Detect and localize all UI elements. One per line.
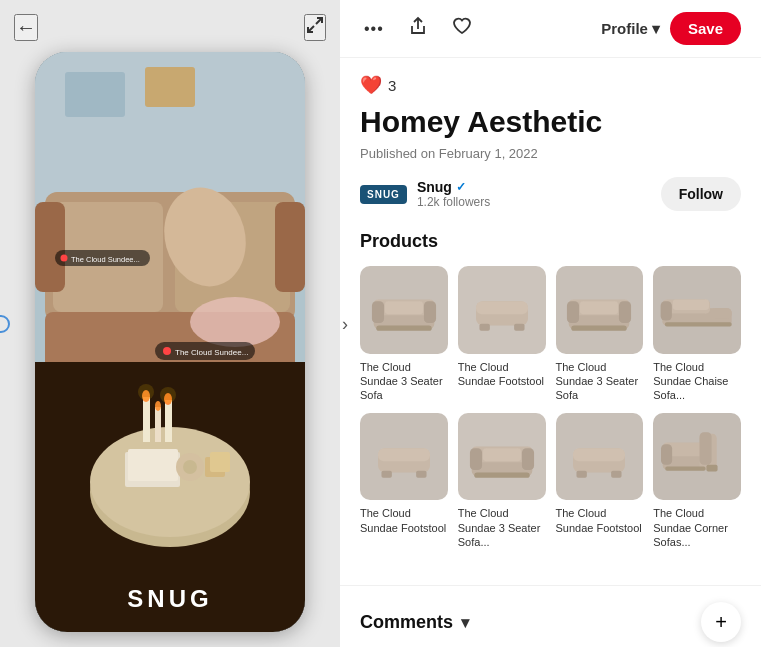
product-item[interactable]: The Cloud Sundae Chaise Sofa... <box>653 266 741 403</box>
product-item[interactable]: The Cloud Sundae Footstool <box>556 413 644 550</box>
verified-icon: ✓ <box>456 180 466 194</box>
svg-rect-82 <box>665 466 705 470</box>
svg-rect-74 <box>573 448 625 461</box>
svg-rect-80 <box>661 444 672 465</box>
product-image <box>653 266 741 354</box>
svg-point-35 <box>163 347 171 355</box>
couch-illustration: The Cloud Sundee... The Cloud Sundee... … <box>35 52 305 632</box>
svg-rect-59 <box>661 301 672 320</box>
add-icon: + <box>715 611 727 634</box>
board-title: Homey Aesthetic <box>360 104 741 140</box>
product-image <box>458 413 546 501</box>
svg-rect-48 <box>476 301 528 314</box>
content-area: ❤️ 3 Homey Aesthetic Published on Februa… <box>340 58 761 585</box>
svg-rect-45 <box>385 301 423 314</box>
save-button[interactable]: Save <box>670 12 741 45</box>
header-actions-right: Profile ▾ Save <box>601 12 741 45</box>
svg-text:The Cloud Sundee...: The Cloud Sundee... <box>175 348 248 357</box>
product-image <box>360 413 448 501</box>
expand-button[interactable] <box>304 14 326 41</box>
comments-label: Comments <box>360 612 453 633</box>
svg-rect-64 <box>378 448 430 461</box>
profile-button[interactable]: Profile ▾ <box>601 20 660 38</box>
svg-rect-28 <box>155 407 161 442</box>
more-options-button[interactable]: ••• <box>360 14 388 43</box>
svg-text:The Cloud Sundee...: The Cloud Sundee... <box>71 255 140 264</box>
svg-point-33 <box>160 387 176 403</box>
product-item[interactable]: The Cloud Sundae Footstool <box>458 266 546 403</box>
profile-label: Profile <box>601 20 648 37</box>
product-image <box>653 413 741 501</box>
next-arrow[interactable]: › <box>342 313 348 334</box>
published-date: Published on February 1, 2022 <box>360 146 741 161</box>
share-button[interactable] <box>404 12 432 45</box>
svg-rect-69 <box>470 448 482 470</box>
svg-rect-72 <box>474 472 529 477</box>
svg-rect-15 <box>275 202 305 292</box>
product-item[interactable]: The Cloud Sundae 3 Seater Sofa <box>556 266 644 403</box>
svg-point-38 <box>61 255 68 262</box>
product-image <box>556 266 644 354</box>
svg-point-23 <box>183 460 197 474</box>
product-item[interactable]: The Cloud Sundae Corner Sofas... <box>653 413 741 550</box>
product-image <box>360 266 448 354</box>
creator-info: SNUG Snug ✓ 1.2k followers <box>360 179 490 209</box>
creator-name: Snug <box>417 179 452 195</box>
product-item[interactable]: The Cloud Sundae 3 Seater Sofa <box>360 266 448 403</box>
right-panel: ••• Profile ▾ Save <box>340 0 761 647</box>
svg-rect-53 <box>567 301 579 323</box>
svg-rect-71 <box>483 448 521 461</box>
likes-count: 3 <box>388 77 396 94</box>
svg-rect-66 <box>416 470 426 477</box>
svg-rect-46 <box>376 325 431 330</box>
svg-rect-54 <box>619 301 631 323</box>
svg-text:SNUG: SNUG <box>127 585 212 612</box>
svg-point-29 <box>155 401 161 411</box>
profile-chevron-icon: ▾ <box>652 20 660 38</box>
creator-details: Snug ✓ 1.2k followers <box>417 179 490 209</box>
svg-rect-50 <box>514 324 524 331</box>
svg-rect-49 <box>479 324 489 331</box>
svg-point-16 <box>190 297 280 347</box>
like-button[interactable] <box>448 12 476 45</box>
heart-icon: ❤️ <box>360 74 382 96</box>
svg-rect-44 <box>424 301 436 323</box>
svg-rect-81 <box>700 432 712 465</box>
svg-point-32 <box>138 384 154 400</box>
product-label: The Cloud Sundae 3 Seater Sofa <box>360 360 448 403</box>
svg-rect-56 <box>572 325 627 330</box>
header-actions-left: ••• <box>360 12 476 45</box>
product-label: The Cloud Sundae Footstool <box>458 360 546 389</box>
svg-rect-8 <box>145 67 195 107</box>
comments-title-row: Comments ▾ <box>360 612 469 633</box>
product-image <box>556 413 644 501</box>
followers-count: 1.2k followers <box>417 195 490 209</box>
svg-rect-25 <box>210 452 230 472</box>
comments-section: Comments ▾ + <box>340 585 761 647</box>
product-item[interactable]: The Cloud Sundae 3 Seater Sofa... <box>458 413 546 550</box>
product-label: The Cloud Sundae Footstool <box>360 506 448 535</box>
svg-rect-26 <box>143 397 150 442</box>
top-header: ••• Profile ▾ Save <box>340 0 761 58</box>
svg-rect-83 <box>707 464 718 471</box>
products-title: Products <box>360 231 741 252</box>
product-label: The Cloud Sundae Footstool <box>556 506 644 535</box>
creator-name-row: Snug ✓ <box>417 179 490 195</box>
back-button[interactable]: ← <box>14 14 38 41</box>
svg-rect-65 <box>381 470 391 477</box>
products-grid: The Cloud Sundae 3 Seater Sofa The Cloud… <box>360 266 741 549</box>
svg-rect-14 <box>35 202 65 292</box>
product-label: The Cloud Sundae 3 Seater Sofa... <box>458 506 546 549</box>
phone-frame: The Cloud Sundee... The Cloud Sundee... … <box>35 52 305 632</box>
add-button[interactable]: + <box>701 602 741 642</box>
svg-rect-75 <box>577 470 587 477</box>
likes-row: ❤️ 3 <box>360 74 741 96</box>
svg-rect-60 <box>710 308 732 318</box>
follow-button[interactable]: Follow <box>661 177 741 211</box>
product-label: The Cloud Sundae Corner Sofas... <box>653 506 741 549</box>
svg-rect-7 <box>65 72 125 117</box>
circle-indicator <box>0 315 10 333</box>
creator-row: SNUG Snug ✓ 1.2k followers Follow <box>360 177 741 211</box>
svg-rect-62 <box>673 299 709 309</box>
product-item[interactable]: The Cloud Sundae Footstool <box>360 413 448 550</box>
